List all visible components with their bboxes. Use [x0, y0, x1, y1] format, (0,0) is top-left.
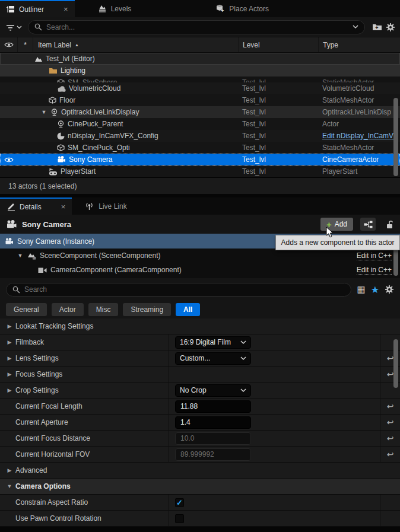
component-row[interactable]: CameraComponent (CameraComponent) Edit i…: [0, 263, 400, 277]
edit-in-cpp-link[interactable]: Edit in C++: [357, 266, 392, 275]
tab-levels[interactable]: Levels: [91, 0, 138, 17]
filter-chip-streaming[interactable]: Streaming: [123, 303, 171, 316]
favorites-star-icon[interactable]: ★: [371, 284, 379, 295]
table-row[interactable]: Floor Test_lvl StaticMeshActor: [0, 94, 400, 106]
filter-chip-actor[interactable]: Actor: [52, 303, 84, 316]
property-row[interactable]: Current Focus Distance ↩: [0, 431, 400, 447]
sort-ascending-icon: ▲: [75, 43, 79, 47]
component-row[interactable]: ▼ C SceneComponent (SceneComponent) Edit…: [0, 249, 400, 263]
outliner-toolbar: +: [0, 17, 400, 37]
tab-outliner[interactable]: Outliner ×: [0, 0, 75, 17]
table-row[interactable]: VolumetricCloud Test_lvl VolumetricCloud: [0, 82, 400, 94]
table-row[interactable]: nDisplay_InCamVFX_Config Test_lvl Edit n…: [0, 130, 400, 142]
filter-chip-misc[interactable]: Misc: [88, 303, 119, 316]
display-manager-icon[interactable]: ▦: [357, 284, 365, 295]
table-row[interactable]: PlayerStart Test_lvl PlayerStart: [0, 165, 400, 177]
collapsed-caret-icon[interactable]: ▶: [6, 387, 13, 393]
reset-to-default-icon[interactable]: ↩: [380, 431, 400, 446]
expand-caret-icon[interactable]: ▼: [17, 253, 24, 259]
reset-to-default-icon[interactable]: ↩: [380, 447, 400, 462]
table-row[interactable]: SM_CinePuck_Opti Test_lvl StaticMeshActo…: [0, 142, 400, 154]
outliner-search[interactable]: [28, 20, 365, 34]
level-column-header[interactable]: Level: [238, 37, 318, 52]
collapsed-caret-icon[interactable]: ▶: [6, 355, 13, 361]
details-pencil-icon: [7, 203, 15, 211]
lock-open-icon[interactable]: [385, 220, 394, 229]
property-row[interactable]: ▶Crop Settings No Crop: [0, 383, 400, 399]
details-tabbar: Details × Live Link: [0, 197, 400, 215]
collapsed-caret-icon[interactable]: ▶: [6, 371, 13, 377]
lens-dropdown[interactable]: Custom...: [175, 352, 251, 365]
outliner-tree: Test_lvl (Editor) Lighting SM_SkySphere: [0, 53, 400, 177]
property-row[interactable]: ▶Focus Settings ↩: [0, 367, 400, 383]
tab-label: Outliner: [19, 5, 44, 14]
cine-camera-icon: [5, 238, 14, 245]
outliner-footer: 13 actors (1 selected): [0, 177, 400, 194]
favorite-column-header[interactable]: *: [18, 37, 33, 52]
filter-button[interactable]: [6, 24, 22, 31]
constrain-aspect-checkbox[interactable]: ✓: [175, 498, 184, 507]
visibility-toggle[interactable]: [0, 157, 18, 163]
table-row[interactable]: SM_SkySphere Test_lvl StaticMeshActor: [0, 77, 400, 82]
tab-details[interactable]: Details ×: [0, 197, 72, 215]
table-row[interactable]: ▼ OptitrackLiveLinkDisplay Test_lvl Opti…: [0, 106, 400, 118]
search-input[interactable]: [24, 285, 345, 294]
edit-ndisplay-link[interactable]: Edit nDisplay_InCamV: [322, 132, 393, 140]
details-scrollbar[interactable]: [393, 339, 398, 388]
crop-dropdown[interactable]: No Crop: [175, 384, 251, 397]
collapsed-caret-icon[interactable]: ▶: [6, 467, 13, 473]
outliner-list-icon: [7, 5, 15, 13]
reset-to-default-icon[interactable]: ↩: [380, 399, 400, 414]
table-row-selected[interactable]: Sony Camera Test_lvl CineCameraActor: [0, 154, 400, 165]
levels-icon: [98, 5, 107, 13]
table-row[interactable]: Test_lvl (Editor): [0, 53, 400, 65]
outliner-scrollbar[interactable]: [393, 98, 398, 176]
tab-live-link[interactable]: Live Link: [78, 197, 133, 215]
pawn-rotation-checkbox[interactable]: [175, 514, 184, 523]
filmback-dropdown[interactable]: 16:9 Digital Film: [175, 336, 251, 349]
gear-icon[interactable]: [385, 285, 394, 294]
expand-caret-icon[interactable]: ▼: [40, 109, 47, 115]
expanded-caret-icon[interactable]: ▼: [6, 483, 13, 489]
aperture-input[interactable]: [175, 416, 251, 429]
collapsed-caret-icon[interactable]: ▶: [6, 323, 13, 329]
filter-chips: General Actor Misc Streaming All: [0, 301, 400, 318]
filter-chip-all[interactable]: All: [176, 303, 200, 316]
blueprint-edit-button[interactable]: [360, 218, 376, 231]
filter-chip-general[interactable]: General: [6, 303, 47, 316]
details-search[interactable]: [6, 283, 351, 297]
property-row[interactable]: ▶Lens Settings Custom... ↩: [0, 351, 400, 367]
tab-place-actors[interactable]: + Place Actors: [209, 0, 275, 17]
reset-to-default-icon[interactable]: ↩: [380, 415, 400, 430]
live-link-antenna-icon: [84, 202, 94, 211]
table-row[interactable]: Lighting: [0, 65, 400, 77]
property-row[interactable]: Current Aperture ↩: [0, 415, 400, 431]
property-row[interactable]: Current Focal Length ↩: [0, 399, 400, 415]
property-row[interactable]: ▶Filmback 16:9 Digital Film: [0, 335, 400, 351]
search-input[interactable]: [46, 23, 348, 31]
chevron-down-icon[interactable]: [353, 25, 358, 29]
focal-length-input[interactable]: [175, 400, 251, 413]
category-header-row[interactable]: ▼Camera Options: [0, 479, 400, 495]
property-row[interactable]: Use Pawn Control Rotation: [0, 511, 400, 527]
page-title: Sony Camera: [22, 220, 316, 229]
gear-icon[interactable]: [386, 23, 395, 32]
cloud-icon: [57, 85, 66, 92]
eye-icon: [4, 42, 14, 48]
edit-in-cpp-link[interactable]: Edit in C++: [357, 251, 392, 260]
svg-text:+: +: [221, 8, 224, 13]
close-icon[interactable]: ×: [61, 202, 66, 211]
collapsed-caret-icon[interactable]: ▶: [6, 339, 13, 345]
visibility-column-header[interactable]: [0, 37, 18, 52]
property-row[interactable]: ▶Advanced: [0, 463, 400, 479]
property-row[interactable]: ▶Lookat Tracking Settings: [0, 318, 400, 335]
property-grid: ▶Lookat Tracking Settings ▶Filmback 16:9…: [0, 318, 400, 527]
cine-camera-icon: [6, 220, 17, 229]
close-icon[interactable]: ×: [64, 5, 68, 14]
table-row[interactable]: CinePuck_Parent Test_lvl Actor: [0, 118, 400, 130]
property-row[interactable]: Constrain Aspect Ratio ✓: [0, 495, 400, 511]
folder-plus-icon[interactable]: +: [372, 23, 382, 31]
item-label-column-header[interactable]: Item Label▲: [33, 41, 238, 49]
property-row[interactable]: Current Horizontal FOV ↩: [0, 447, 400, 463]
type-column-header[interactable]: Type: [318, 37, 400, 52]
